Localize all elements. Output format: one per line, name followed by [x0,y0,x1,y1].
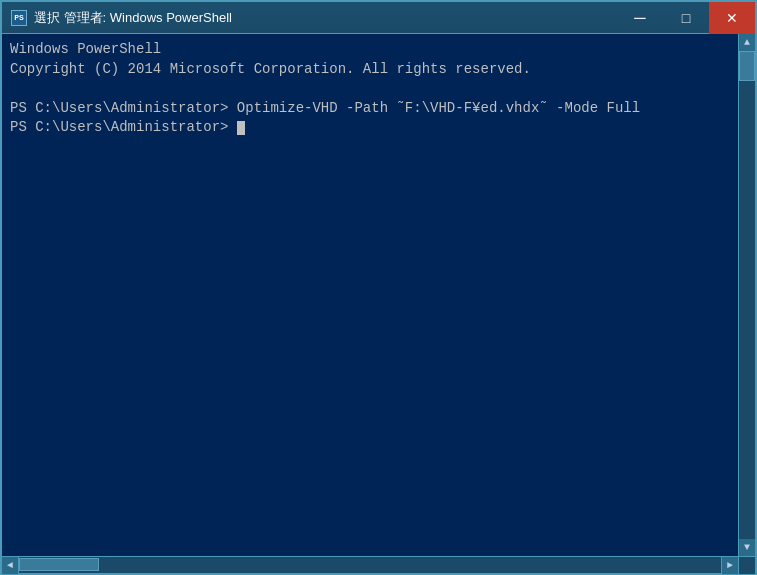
scroll-down-button[interactable]: ▼ [739,539,755,556]
terminal-line-1: Windows PowerShell [10,40,734,60]
terminal-line-5: PS C:\Users\Administrator> [10,118,734,138]
content-area: Windows PowerShell Copyright (C) 2014 Mi… [2,34,755,556]
minimize-button[interactable]: ─ [617,2,663,34]
ps-logo: PS [11,10,27,26]
scroll-thumb-v[interactable] [739,51,755,81]
titlebar-left: PS 選択 管理者: Windows PowerShell [10,9,232,27]
terminal-line-2: Copyright (C) 2014 Microsoft Corporation… [10,60,734,80]
maximize-button[interactable]: □ [663,2,709,34]
terminal-line-3 [10,79,734,99]
close-button[interactable]: ✕ [709,2,755,34]
scroll-up-button[interactable]: ▲ [739,34,755,51]
scrollbar-corner [738,557,755,574]
scroll-right-button[interactable]: ► [721,557,738,574]
vertical-scrollbar: ▲ ▼ [738,34,755,556]
window-title: 選択 管理者: Windows PowerShell [34,9,232,27]
prompt-text: PS C:\Users\Administrator> [10,119,237,135]
terminal-output[interactable]: Windows PowerShell Copyright (C) 2014 Mi… [2,34,738,556]
powershell-window: PS 選択 管理者: Windows PowerShell ─ □ ✕ Wind… [0,0,757,575]
titlebar: PS 選択 管理者: Windows PowerShell ─ □ ✕ [2,2,755,34]
scroll-left-button[interactable]: ◄ [2,557,19,574]
scroll-track-v[interactable] [739,51,755,539]
scroll-thumb-h[interactable] [19,558,99,571]
horizontal-scrollbar-bar: ◄ ► [2,556,755,573]
terminal-line-4: PS C:\Users\Administrator> Optimize-VHD … [10,99,734,119]
titlebar-buttons: ─ □ ✕ [617,2,755,34]
cursor [237,121,245,135]
powershell-icon: PS [10,9,28,27]
scroll-track-h[interactable] [19,557,721,573]
